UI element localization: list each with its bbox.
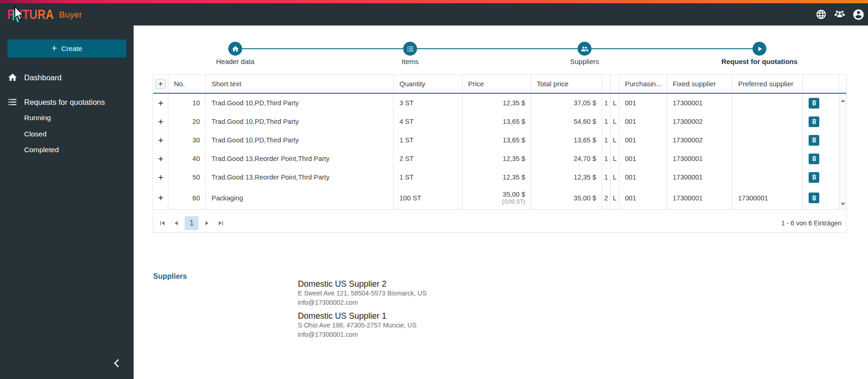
step-circle[interactable]: [752, 42, 766, 56]
step-label: Items: [402, 58, 419, 65]
cell-narrow1: 2: [602, 186, 610, 209]
cell-narrow1: 1: [602, 168, 610, 186]
sidebar-item-requests-for-quotations[interactable]: Requests for quotations: [0, 94, 134, 110]
user-groups-icon[interactable]: [830, 3, 849, 26]
delete-row-button[interactable]: [809, 172, 819, 183]
cell-expand: [153, 112, 168, 131]
plus-icon: [157, 118, 165, 126]
main-content: Header dataItemsSuppliersRequest for quo…: [134, 26, 868, 379]
sidebar-subitem-closed[interactable]: Closed: [24, 127, 46, 141]
sidebar-subitem-running[interactable]: Running: [24, 111, 51, 125]
table-body: 10Trad.Good 10,PD,Third Party3 ST12,35 $…: [153, 94, 846, 209]
delete-row-button[interactable]: [809, 116, 819, 127]
cell-expand: [153, 186, 168, 209]
cell-narrow1: 1: [602, 112, 610, 131]
expand-row-button[interactable]: [157, 99, 165, 107]
cell-no: 60: [168, 186, 206, 209]
column-header-scroll: [839, 75, 846, 93]
chevron-left-icon: [109, 356, 124, 371]
cell-purchasing: 001: [619, 112, 667, 131]
table-row-40: 40Trad.Good 13,Reorder Point,Thrd Party2…: [153, 149, 846, 168]
cell-expand: [153, 149, 168, 168]
account-icon[interactable]: [849, 3, 868, 26]
step-circle[interactable]: [578, 42, 592, 56]
sidebar-item-dashboard[interactable]: Dashboard: [0, 70, 134, 85]
delete-row-button[interactable]: [809, 135, 819, 146]
cell-total_price: 24,70 $: [531, 149, 602, 168]
sidebar-item-label: Dashboard: [24, 73, 62, 82]
cell-fixed_supplier: 17300001: [667, 94, 732, 112]
create-button[interactable]: + Create: [7, 39, 126, 58]
supplier-entry: Domestic US Supplier 2E Sweet Ave 121, 5…: [298, 279, 427, 307]
delete-row-button[interactable]: [809, 193, 819, 203]
cell-actions: [803, 94, 839, 112]
scrollbar-up-icon[interactable]: [841, 99, 845, 102]
table-row-30: 30Trad.Good 10,PD,Third Party1 ST13,65 $…: [153, 131, 846, 149]
people-icon: [581, 45, 589, 53]
cell-narrow2: L: [610, 186, 619, 209]
supplier-name: Domestic US Supplier 1: [298, 311, 427, 321]
sidebar-item-label: Requests for quotations: [24, 98, 105, 107]
cell-short_text: Trad.Good 10,PD,Third Party: [206, 112, 393, 131]
table-header-row: +No.Short textQuantityPriceTotal pricePu…: [153, 75, 846, 94]
delete-row-button[interactable]: [809, 154, 819, 164]
cell-narrow2: L: [610, 94, 619, 112]
plus-icon: [157, 173, 165, 181]
cell-short_text: Trad.Good 10,PD,Third Party: [206, 94, 393, 112]
cell-quantity: 4 ST: [393, 112, 462, 131]
cell-actions: [803, 112, 839, 131]
cell-purchasing: 001: [619, 186, 667, 209]
step-circle[interactable]: [403, 42, 417, 56]
price-value: 35,00 $: [503, 190, 525, 199]
cell-preferred_supplier: [732, 112, 803, 131]
plus-icon: +: [51, 43, 57, 53]
supplier-address: S Ohio Ave 198, 47305-2757 Muncie, US: [298, 321, 427, 330]
cell-expand: [153, 94, 168, 112]
cell-narrow1: 1: [602, 94, 610, 112]
brand-suffix: Buyer: [59, 9, 82, 20]
sidebar-subitem-completed[interactable]: Completed: [24, 143, 59, 157]
expand-row-button[interactable]: [157, 136, 165, 144]
cell-actions: [803, 168, 839, 186]
sidebar-subitem-label: Closed: [24, 130, 46, 138]
cell-price: 12,35 $: [462, 149, 531, 168]
pagination-current-page[interactable]: 1: [185, 216, 199, 230]
table-scrollbar[interactable]: [839, 94, 846, 209]
table-pagination: 1 1 - 6 von 6 Einträgen: [153, 209, 846, 232]
cell-purchasing: 001: [619, 94, 667, 112]
sidebar-collapse-button[interactable]: [109, 356, 124, 371]
cell-preferred_supplier: 17300001: [732, 186, 803, 209]
pagination-first-icon[interactable]: [157, 218, 168, 229]
trash-icon: [811, 155, 817, 162]
cell-total_price: 13,65 $: [531, 131, 602, 149]
top-gradient-strip: [0, 0, 868, 3]
suppliers-list: Domestic US Supplier 2E Sweet Ave 121, 5…: [298, 279, 427, 343]
trash-icon: [811, 137, 817, 143]
trash-icon: [811, 100, 817, 106]
pagination-last-icon[interactable]: [215, 218, 226, 229]
pagination-next-icon[interactable]: [201, 218, 212, 229]
pagination-prev-icon[interactable]: [171, 218, 182, 229]
language-globe-icon[interactable]: [812, 3, 830, 26]
cell-quantity: 3 ST: [393, 94, 462, 112]
cell-price: 13,65 $: [462, 112, 531, 131]
brand-name: FUTURA: [7, 7, 54, 22]
add-row-button[interactable]: +: [155, 79, 166, 89]
expand-row-button[interactable]: [157, 173, 165, 181]
home-icon: [7, 72, 18, 83]
column-header-quantity: Quantity: [393, 75, 462, 93]
expand-row-button[interactable]: [157, 118, 165, 126]
cell-short_text: Trad.Good 10,PD,Third Party: [206, 131, 393, 149]
expand-row-button[interactable]: [157, 155, 165, 163]
cell-total_price: 12,35 $: [531, 168, 602, 186]
step-label: Request for quotations: [721, 58, 797, 65]
cell-actions: [803, 131, 839, 149]
brand-logo: FUTURA Buyer: [7, 3, 82, 26]
cell-price: 12,35 $: [462, 168, 531, 186]
step-circle[interactable]: [228, 42, 242, 56]
expand-row-button[interactable]: [157, 194, 165, 202]
delete-row-button[interactable]: [809, 98, 819, 109]
app-bar: FUTURA Buyer: [0, 3, 868, 26]
list-icon: [7, 97, 18, 107]
scrollbar-down-icon[interactable]: [841, 203, 845, 206]
